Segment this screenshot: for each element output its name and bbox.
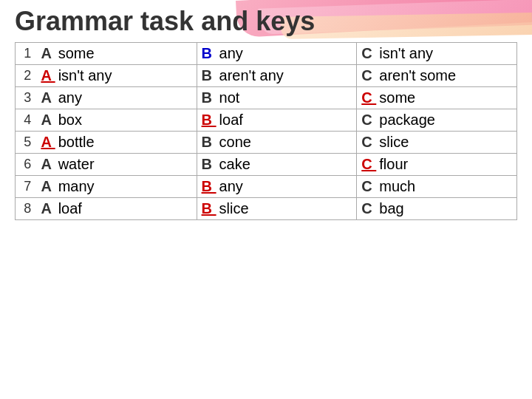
col-b-cell: B cake bbox=[197, 154, 357, 176]
answer-letter: A bbox=[41, 67, 55, 83]
col-c-cell: C some bbox=[357, 87, 517, 109]
row-number: 8 bbox=[16, 198, 37, 220]
col-b-text: cake bbox=[219, 156, 250, 172]
answer-letter: C bbox=[361, 45, 376, 61]
col-b-text: cone bbox=[219, 134, 251, 150]
col-b-cell: B cone bbox=[197, 132, 357, 154]
row-number: 1 bbox=[16, 43, 37, 65]
answer-letter: C bbox=[361, 178, 376, 194]
col-c-text: bag bbox=[379, 200, 403, 216]
answer-letter: B bbox=[202, 200, 216, 216]
answer-letter: C bbox=[361, 134, 376, 150]
row-number: 5 bbox=[16, 132, 37, 154]
col-b-text: loaf bbox=[219, 112, 243, 128]
answer-letter: C bbox=[361, 200, 376, 216]
row-number: 3 bbox=[16, 87, 37, 109]
col-c-text: aren't some bbox=[379, 67, 456, 83]
row-number: 7 bbox=[16, 176, 37, 198]
col-a-cell: A many bbox=[36, 176, 197, 198]
col-a-text: some bbox=[58, 45, 95, 61]
col-b-cell: B any bbox=[197, 176, 357, 198]
col-c-text: package bbox=[379, 112, 435, 128]
col-a-text: bottle bbox=[58, 134, 95, 150]
col-a-cell: A isn't any bbox=[36, 65, 197, 87]
col-b-cell: B loaf bbox=[197, 109, 357, 132]
col-c-cell: C aren't some bbox=[357, 65, 517, 87]
col-a-cell: A bottle bbox=[36, 132, 197, 154]
col-c-cell: C much bbox=[357, 176, 517, 198]
table-row: 7A manyB anyC much bbox=[16, 176, 517, 198]
table-row: 4A boxB loafC package bbox=[16, 109, 517, 132]
col-c-text: much bbox=[379, 178, 415, 194]
col-b-text: not bbox=[219, 89, 240, 106]
col-b-cell: B not bbox=[197, 87, 357, 109]
answer-letter: B bbox=[202, 89, 216, 106]
page-title: Grammar task and keys bbox=[0, 0, 532, 41]
answer-letter: B bbox=[202, 112, 216, 128]
col-c-cell: C bag bbox=[357, 198, 517, 220]
col-b-text: any bbox=[219, 178, 243, 194]
answer-letter: C bbox=[361, 112, 376, 128]
col-a-text: water bbox=[58, 156, 95, 172]
row-number: 4 bbox=[16, 109, 37, 132]
col-a-text: many bbox=[58, 178, 95, 194]
answer-letter: B bbox=[202, 67, 216, 83]
col-b-cell: B slice bbox=[197, 198, 357, 220]
col-a-cell: A water bbox=[36, 154, 197, 176]
col-c-text: some bbox=[379, 89, 415, 106]
table-row: 3A anyB notC some bbox=[16, 87, 517, 109]
col-c-cell: C package bbox=[357, 109, 517, 132]
answer-letter: C bbox=[361, 89, 376, 106]
answer-letter: B bbox=[202, 178, 216, 194]
col-a-cell: A box bbox=[36, 109, 197, 132]
row-number: 6 bbox=[16, 154, 37, 176]
answer-letter: B bbox=[202, 134, 216, 150]
col-a-cell: A some bbox=[36, 43, 197, 65]
table-row: 2A isn't anyB aren't anyC aren't some bbox=[16, 65, 517, 87]
answer-letter: C bbox=[361, 156, 376, 172]
col-a-text: isn't any bbox=[58, 67, 112, 83]
col-b-text: aren't any bbox=[219, 67, 284, 83]
col-c-text: slice bbox=[379, 134, 409, 150]
table-row: 5A bottleB coneC slice bbox=[16, 132, 517, 154]
answer-letter: A bbox=[41, 134, 55, 150]
table-row: 1A someB anyC isn't any bbox=[16, 43, 517, 65]
answer-letter: A bbox=[41, 200, 55, 216]
table-row: 8A loafB sliceC bag bbox=[16, 198, 517, 220]
col-b-cell: B any bbox=[197, 43, 357, 65]
answer-letter: A bbox=[41, 112, 55, 128]
answer-letter: B bbox=[202, 156, 216, 172]
answer-letter: A bbox=[41, 156, 55, 172]
col-b-text: any bbox=[219, 45, 243, 61]
answer-letter: A bbox=[41, 178, 55, 194]
col-b-cell: B aren't any bbox=[197, 65, 357, 87]
col-c-cell: C flour bbox=[357, 154, 517, 176]
col-a-cell: A any bbox=[36, 87, 197, 109]
grammar-table: 1A someB anyC isn't any2A isn't anyB are… bbox=[15, 42, 517, 220]
col-a-text: any bbox=[58, 89, 82, 106]
row-number: 2 bbox=[16, 65, 37, 87]
main-content: 1A someB anyC isn't any2A isn't anyB are… bbox=[0, 41, 532, 228]
col-a-text: loaf bbox=[58, 200, 82, 216]
answer-letter: B bbox=[202, 45, 216, 61]
col-a-cell: A loaf bbox=[36, 198, 197, 220]
col-c-cell: C slice bbox=[357, 132, 517, 154]
answer-letter: A bbox=[41, 89, 55, 106]
col-c-text: isn't any bbox=[379, 45, 433, 61]
col-c-cell: C isn't any bbox=[357, 43, 517, 65]
col-b-text: slice bbox=[219, 200, 249, 216]
col-a-text: box bbox=[58, 112, 82, 128]
answer-letter: A bbox=[41, 45, 55, 61]
table-row: 6A waterB cakeC flour bbox=[16, 154, 517, 176]
answer-letter: C bbox=[361, 67, 376, 83]
col-c-text: flour bbox=[379, 156, 408, 172]
